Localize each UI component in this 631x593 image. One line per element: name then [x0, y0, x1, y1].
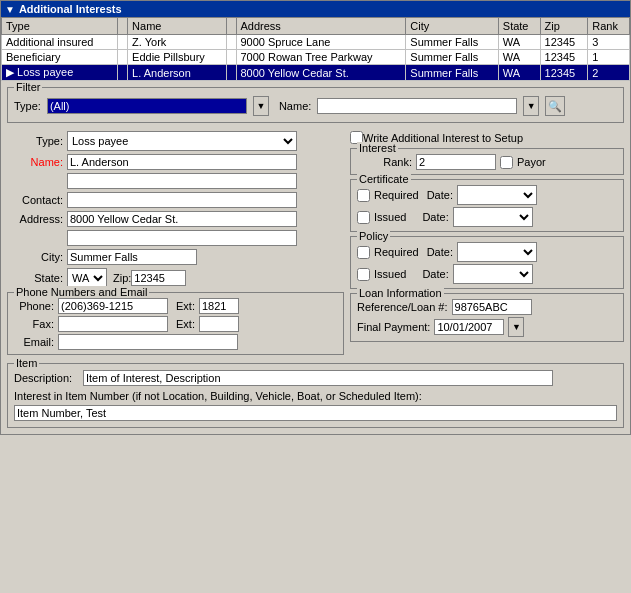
cell-sort2 [226, 35, 236, 50]
ref-label: Reference/Loan #: [357, 301, 448, 313]
filter-search-btn[interactable]: 🔍 [545, 96, 565, 116]
cell-sort1 [118, 35, 128, 50]
contact-row: Contact: [7, 192, 344, 208]
cell-sort2 [226, 65, 236, 81]
filter-legend: Filter [14, 81, 42, 93]
cert-required-row: Required Date: [357, 185, 617, 205]
interest-group: Interest Rank: Payor [350, 148, 624, 175]
filter-dd-btn[interactable]: ▼ [253, 96, 269, 116]
col-address: Address [236, 18, 406, 35]
col-name: Name [128, 18, 226, 35]
cell-zip: 12345 [540, 65, 588, 81]
final-input[interactable] [434, 319, 504, 335]
cert-required-date-select[interactable] [457, 185, 537, 205]
interests-table-section: Type Name Address City State Zip Rank Ad… [1, 17, 630, 81]
description-input[interactable] [83, 370, 553, 386]
final-row: Final Payment: ▼ [357, 317, 617, 337]
policy-date-label: Date: [427, 246, 453, 258]
item-legend: Item [14, 357, 39, 369]
final-dd-btn[interactable]: ▼ [508, 317, 524, 337]
loan-group: Loan Information Reference/Loan #: Final… [350, 293, 624, 342]
address-row1: Address: [7, 211, 344, 227]
email-input[interactable] [58, 334, 238, 350]
policy-issued-date-label: Date: [422, 268, 448, 280]
interest-legend: Interest [357, 142, 398, 154]
cell-city: Summer Falls [406, 50, 498, 65]
payor-label: Payor [517, 156, 546, 168]
policy-group: Policy Required Date: Issued Date: [350, 236, 624, 289]
cell-type: Additional insured [2, 35, 118, 50]
form-left: Type: Loss payee Additional insured Bene… [7, 131, 344, 355]
ref-input[interactable] [452, 299, 532, 315]
payor-checkbox[interactable] [500, 156, 513, 169]
policy-required-date-select[interactable] [457, 242, 537, 262]
col-sort2 [226, 18, 236, 35]
cert-issued-date-select[interactable] [453, 207, 533, 227]
contact-input[interactable] [67, 192, 297, 208]
phone-ext-input[interactable] [199, 298, 239, 314]
fax-input[interactable] [58, 316, 168, 332]
certificate-legend: Certificate [357, 173, 411, 185]
item-group: Item Description: Interest in Item Numbe… [7, 363, 624, 428]
additional-interests-panel: ▼ Additional Interests Type Name Address… [0, 0, 631, 435]
type-row: Type: Loss payee Additional insured Bene… [7, 131, 344, 151]
panel-arrow: ▼ [5, 4, 15, 15]
name-label: Name: [7, 156, 67, 168]
rank-label: Rank: [357, 156, 412, 168]
filter-name-label: Name: [279, 100, 311, 112]
final-label: Final Payment: [357, 321, 430, 333]
cell-rank: 3 [588, 35, 630, 50]
table-row[interactable]: Beneficiary Eddie Pillsbury 7000 Rowan T… [2, 50, 630, 65]
address-label: Address: [7, 213, 67, 225]
description-row: Description: [14, 370, 617, 386]
cert-required-label: Required [374, 189, 419, 201]
rank-input[interactable] [416, 154, 496, 170]
cell-rank: 2 [588, 65, 630, 81]
col-zip: Zip [540, 18, 588, 35]
policy-issued-label: Issued [374, 268, 406, 280]
fax-label: Fax: [14, 318, 54, 330]
cert-required-checkbox[interactable] [357, 189, 370, 202]
table-row[interactable]: ▶ Loss payee L. Anderson 8000 Yellow Ced… [2, 65, 630, 81]
loan-legend: Loan Information [357, 287, 444, 299]
filter-type-input[interactable] [47, 98, 247, 114]
filter-name-input[interactable] [317, 98, 517, 114]
cell-zip: 12345 [540, 50, 588, 65]
policy-issued-row: Issued Date: [357, 264, 617, 284]
cert-issued-checkbox[interactable] [357, 211, 370, 224]
zip-label: Zip: [113, 272, 131, 284]
zip-input[interactable] [131, 270, 186, 286]
address-input2[interactable] [67, 230, 297, 246]
interest-item-input[interactable] [14, 405, 617, 421]
panel-header: ▼ Additional Interests [1, 1, 630, 17]
fax-ext-input[interactable] [199, 316, 239, 332]
policy-required-label: Required [374, 246, 419, 258]
col-sort1 [118, 18, 128, 35]
phone-input[interactable] [58, 298, 168, 314]
filter-dd-btn2[interactable]: ▼ [523, 96, 539, 116]
cell-name: Eddie Pillsbury [128, 50, 226, 65]
interest-item-label-row: Interest in Item Number (if not Location… [14, 390, 617, 402]
address-input1[interactable] [67, 211, 297, 227]
phone-group: Phone Numbers and Email Phone: Ext: Fax:… [7, 292, 344, 355]
col-rank: Rank [588, 18, 630, 35]
type-select[interactable]: Loss payee Additional insured Beneficiar… [67, 131, 297, 151]
state-zip-row: State: WA Zip: [7, 268, 344, 288]
table-row[interactable]: Additional insured Z. York 9000 Spruce L… [2, 35, 630, 50]
name-input1[interactable] [67, 154, 297, 170]
cert-issued-date-label: Date: [422, 211, 448, 223]
policy-issued-date-select[interactable] [453, 264, 533, 284]
col-type: Type [2, 18, 118, 35]
cell-name: Z. York [128, 35, 226, 50]
city-input[interactable] [67, 249, 197, 265]
type-label: Type: [7, 135, 67, 147]
policy-issued-checkbox[interactable] [357, 268, 370, 281]
state-label: State: [7, 272, 67, 284]
policy-required-checkbox[interactable] [357, 246, 370, 259]
state-select[interactable]: WA [67, 268, 107, 288]
cell-type: ▶ Loss payee [2, 65, 118, 81]
email-label: Email: [14, 336, 54, 348]
cell-state: WA [498, 50, 540, 65]
name-input2[interactable] [67, 173, 297, 189]
phone-ext-label: Ext: [176, 300, 195, 312]
